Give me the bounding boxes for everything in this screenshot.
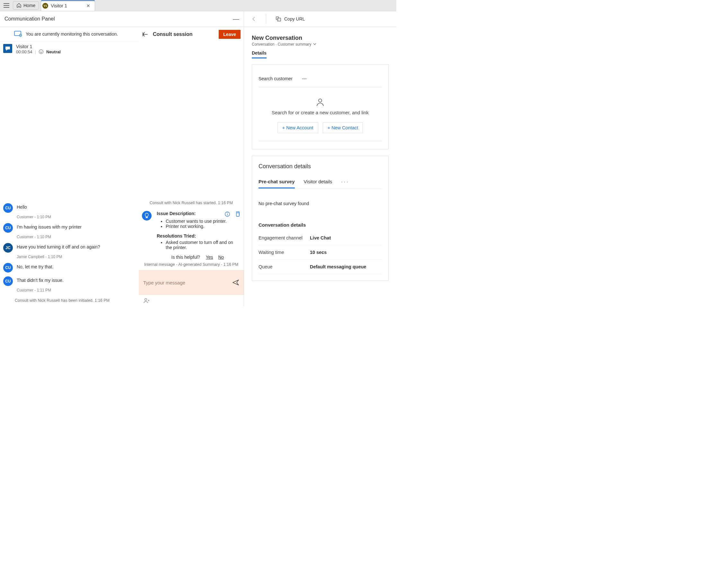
kv-row: Waiting time10 secs <box>259 245 382 260</box>
chat-session-icon <box>3 44 12 53</box>
kv-value: Live Chat <box>310 235 331 241</box>
list-item: Asked customer to turn off and on the pr… <box>166 240 241 250</box>
tab-visitor-details[interactable]: Visitor details <box>304 179 332 184</box>
new-contact-button[interactable]: + New Contact <box>323 122 363 133</box>
close-icon[interactable]: ✕ <box>85 3 92 8</box>
svg-point-3 <box>39 50 43 54</box>
copy-icon[interactable] <box>235 211 241 217</box>
message-meta: Jamie Campbell - 1:10 PM <box>17 255 136 259</box>
hamburger-menu[interactable] <box>0 3 13 8</box>
lightbulb-icon <box>142 211 152 221</box>
tab-label: Visitor 1 <box>51 3 67 8</box>
chat-message: CUNo, let me try that. <box>3 263 136 273</box>
chat-message: CUI'm having issues with my printer <box>3 223 136 233</box>
monitor-icon <box>14 31 22 37</box>
kv-value: 10 secs <box>310 250 327 255</box>
conversation-details-card: Conversation details Pre-chat survey Vis… <box>252 156 389 281</box>
message-input[interactable] <box>143 280 228 285</box>
new-account-button[interactable]: + New Account <box>277 122 318 133</box>
add-person-icon[interactable] <box>143 297 150 304</box>
avatar: CU <box>3 277 13 286</box>
sentiment-label: Neutral <box>46 49 61 54</box>
svg-point-7 <box>227 213 228 214</box>
session-info: Visitor 1 00:00:54 | Neutral <box>0 41 139 57</box>
session-name: Visitor 1 <box>16 44 61 49</box>
message-meta: Customer - 1:10 PM <box>17 235 136 239</box>
compose-box[interactable] <box>139 270 244 295</box>
copy-url-label: Copy URL <box>284 16 305 22</box>
svg-point-5 <box>42 51 42 52</box>
consult-title: Consult session <box>153 31 193 37</box>
leave-button[interactable]: Leave <box>219 30 241 39</box>
svg-point-4 <box>40 51 41 52</box>
sentiment-icon <box>39 49 44 54</box>
communication-panel-title: Communication Panel <box>4 16 55 22</box>
copy-url-icon <box>275 16 282 22</box>
message-meta: Customer - 1:11 PM <box>17 288 136 292</box>
search-customer-label: Search customer <box>259 76 293 81</box>
tab-prechat-survey[interactable]: Pre-chat survey <box>259 179 295 189</box>
home-tab[interactable]: Home <box>13 1 39 10</box>
back-arrow-icon[interactable] <box>142 31 148 38</box>
chat-transcript[interactable]: CUHelloCustomer - 1:10 PMCUI'm having is… <box>0 57 139 306</box>
system-message: Consult with Nick Russell has been initi… <box>15 298 136 303</box>
ai-summary-card: Issue Description: Customer wants to use… <box>157 211 241 261</box>
session-tab[interactable]: V1 Visitor 1 ✕ <box>41 0 95 11</box>
message-meta: Customer - 1:10 PM <box>17 215 136 219</box>
kv-row: QueueDefault messaging queue <box>259 260 382 274</box>
consult-system-message: Consult with Nick Russell has started. 1… <box>142 201 241 205</box>
avatar: CU <box>3 263 13 273</box>
helpful-yes[interactable]: Yes <box>206 255 213 260</box>
customer-details-card: Search customer --- Search for or create… <box>252 64 389 149</box>
kv-value: Default messaging queue <box>310 264 366 269</box>
session-timer: 00:00:54 <box>16 49 32 54</box>
tab-badge: V1 <box>42 3 48 9</box>
top-bar: Home V1 Visitor 1 ✕ <box>0 0 396 11</box>
home-label: Home <box>23 3 35 8</box>
chevron-down-icon <box>313 42 316 46</box>
kv-key: Queue <box>259 264 310 269</box>
monitoring-text: You are currently monitoring this conver… <box>26 31 118 37</box>
svg-rect-8 <box>236 213 239 216</box>
back-button[interactable] <box>251 16 257 22</box>
svg-point-12 <box>319 99 322 102</box>
conversation-details-title: Conversation details <box>259 163 382 170</box>
search-customer-value[interactable]: --- <box>302 76 307 81</box>
copy-url-button[interactable]: Copy URL <box>275 16 305 22</box>
message-text: I'm having issues with my printer <box>17 223 82 233</box>
list-item: Customer wants to use printer. <box>166 219 241 224</box>
message-text: No, let me try that. <box>17 263 53 273</box>
svg-point-2 <box>20 35 21 36</box>
chat-message: CUThat didn't fix my issue. <box>3 277 136 286</box>
message-text: That didn't fix my issue. <box>17 277 64 286</box>
kv-key: Waiting time <box>259 250 310 255</box>
svg-point-9 <box>145 298 147 300</box>
internal-message-meta: Internal message - AI-generated Summary … <box>142 262 241 267</box>
monitoring-banner: You are currently monitoring this conver… <box>0 27 139 41</box>
conv-details-section-heading: Conversation details <box>259 222 382 228</box>
avatar: CU <box>3 203 13 213</box>
avatar: CU <box>3 223 13 233</box>
chat-message: JCHave you tried turning it off and on a… <box>3 243 136 253</box>
helpful-no[interactable]: No <box>218 255 224 260</box>
tab-details[interactable]: Details <box>252 50 267 58</box>
helpful-question: Is this helpful? <box>171 255 200 260</box>
entity-breadcrumb[interactable]: Conversation · Customer summary <box>252 42 389 47</box>
message-text: Have you tried turning it off and on aga… <box>17 243 100 253</box>
hamburger-icon <box>4 3 9 8</box>
resolutions-heading: Resolutions Tried: <box>157 234 241 239</box>
tab-overflow[interactable]: · · · <box>341 179 348 184</box>
chat-message: CUHello <box>3 203 136 213</box>
info-icon[interactable] <box>224 211 230 217</box>
kv-key: Engagement channel <box>259 235 310 241</box>
send-icon[interactable] <box>232 279 239 286</box>
helper-text: Search for or create a new customer, and… <box>259 110 382 115</box>
person-icon <box>316 98 325 107</box>
issue-heading: Issue Description: <box>157 211 196 216</box>
entity-title: New Conversation <box>252 35 389 41</box>
home-icon <box>16 3 22 8</box>
avatar: JC <box>3 243 13 253</box>
collapse-panel-button[interactable]: — <box>233 15 239 23</box>
no-survey-text: No pre-chat survey found <box>259 201 382 206</box>
kv-row: Engagement channelLive Chat <box>259 231 382 245</box>
